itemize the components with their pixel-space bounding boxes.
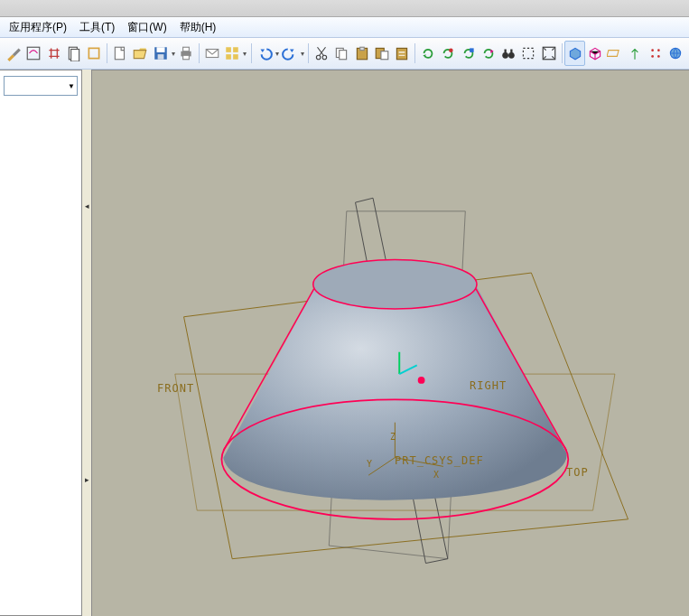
refresh2-icon[interactable]: [438, 41, 458, 66]
display-plane-icon[interactable]: [605, 41, 625, 66]
svg-rect-9: [183, 47, 190, 51]
menu-help[interactable]: 帮助(H): [174, 18, 222, 37]
svg-rect-29: [505, 50, 507, 54]
panel-splitter[interactable]: ◂ ▸: [82, 70, 92, 616]
svg-point-35: [657, 49, 660, 51]
svg-rect-30: [510, 50, 512, 54]
undo-dropdown[interactable]: ▾: [275, 50, 280, 58]
menu-tools[interactable]: 工具(T): [74, 18, 120, 37]
mail-icon[interactable]: [202, 41, 222, 66]
refresh1-icon[interactable]: [418, 41, 438, 66]
svg-rect-33: [607, 51, 619, 57]
refresh4-icon[interactable]: [479, 41, 498, 66]
separator: [308, 43, 309, 63]
svg-rect-19: [340, 51, 347, 60]
svg-rect-0: [28, 47, 41, 60]
separator: [414, 43, 415, 63]
svg-rect-7: [157, 54, 163, 60]
model-tree-panel: ▼: [0, 70, 82, 616]
new-file-icon[interactable]: [110, 41, 130, 66]
menu-app[interactable]: 应用程序(P): [4, 18, 72, 37]
content-area: ▼ ◂ ▸: [0, 70, 689, 616]
select-rect-icon[interactable]: [518, 41, 538, 66]
display-axis-icon[interactable]: [625, 41, 645, 66]
svg-rect-6: [156, 47, 164, 52]
csys-x: X: [433, 470, 440, 480]
tree-filter-combo[interactable]: ▼: [4, 76, 78, 96]
separator: [199, 43, 200, 63]
csys-y: Y: [367, 459, 373, 469]
svg-rect-10: [183, 55, 190, 60]
open-file-icon[interactable]: [130, 41, 150, 66]
datum-label-right: RIGHT: [470, 379, 507, 392]
clipboard-icon[interactable]: [392, 41, 412, 66]
wireframe-icon[interactable]: [585, 41, 605, 66]
title-bar: [0, 0, 689, 17]
svg-point-34: [651, 49, 654, 51]
svg-rect-21: [359, 47, 364, 50]
svg-point-37: [657, 55, 660, 58]
separator: [251, 43, 252, 63]
svg-point-43: [313, 259, 477, 309]
datum-planes: [92, 70, 689, 616]
binoculars-icon[interactable]: [498, 41, 518, 66]
brush-icon[interactable]: [4, 41, 23, 66]
chevron-down-icon: ▼: [68, 82, 75, 90]
collapse-left-icon[interactable]: ◂: [85, 201, 89, 210]
menu-window[interactable]: 窗口(W): [122, 18, 172, 37]
page-icon[interactable]: [64, 41, 84, 66]
csys-z: Z: [390, 432, 396, 442]
svg-rect-2: [70, 50, 79, 62]
print-icon[interactable]: [176, 41, 196, 66]
svg-point-36: [651, 55, 654, 58]
fit-icon[interactable]: [538, 41, 558, 66]
datum-label-top: TOP: [566, 466, 589, 479]
svg-rect-13: [233, 47, 238, 52]
csys-label: PRT_CSYS_DEF: [395, 454, 484, 467]
paste-icon[interactable]: [352, 41, 372, 66]
save-icon[interactable]: [150, 41, 170, 66]
datum-label-front: FRONT: [157, 382, 194, 395]
grid-dropdown[interactable]: ▾: [242, 50, 247, 58]
paste-special-icon[interactable]: [372, 41, 392, 66]
menu-bar: 应用程序(P) 工具(T) 窗口(W) 帮助(H): [0, 17, 689, 38]
svg-rect-14: [227, 54, 232, 60]
svg-rect-15: [233, 54, 238, 60]
save-dropdown[interactable]: ▾: [171, 50, 176, 58]
svg-point-50: [418, 377, 425, 384]
sketch-icon[interactable]: [23, 41, 43, 66]
svg-rect-24: [397, 48, 407, 59]
collapse-right-icon[interactable]: ▸: [85, 475, 89, 484]
svg-point-17: [322, 55, 327, 60]
grid-icon[interactable]: [222, 41, 242, 66]
hash-icon[interactable]: [43, 41, 63, 66]
copy-icon[interactable]: [331, 41, 351, 66]
refresh3-icon[interactable]: [459, 41, 479, 66]
render-mode-icon[interactable]: [564, 41, 584, 66]
box-icon[interactable]: [84, 41, 104, 66]
redo-dropdown[interactable]: ▾: [300, 50, 305, 58]
svg-rect-12: [227, 47, 232, 52]
svg-point-25: [450, 48, 454, 52]
undo-icon[interactable]: [254, 41, 274, 66]
display-point-icon[interactable]: [645, 41, 665, 66]
separator: [107, 43, 107, 63]
svg-rect-26: [470, 48, 474, 52]
svg-point-16: [317, 55, 321, 60]
cut-icon[interactable]: [312, 41, 331, 66]
globe-icon[interactable]: [666, 41, 685, 66]
svg-rect-31: [524, 48, 534, 58]
svg-rect-23: [381, 51, 388, 60]
separator: [562, 43, 563, 63]
redo-icon[interactable]: [280, 41, 300, 66]
graphics-viewport[interactable]: FRONT RIGHT TOP PRT_CSYS_DEF X Y Z: [92, 70, 689, 616]
svg-rect-4: [115, 47, 124, 60]
svg-rect-3: [88, 48, 98, 58]
toolbar: ▾ ▾ ▾ ▾: [0, 38, 689, 70]
